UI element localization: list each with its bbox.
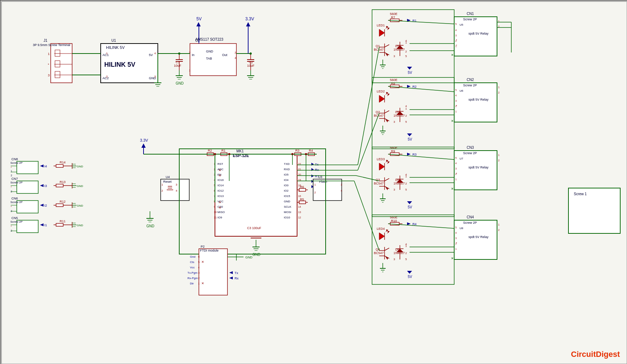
svg-text:✕: ✕	[451, 53, 454, 57]
svg-text:5: 5	[455, 23, 457, 25]
svg-text:1: 1	[48, 52, 50, 56]
svg-text:4: 4	[198, 266, 200, 269]
svg-text:P2: P2	[201, 245, 205, 248]
svg-text:1: 1	[455, 248, 457, 250]
schematic-container: J1 3P 9.5mm Screw Terminal 1 * 3 U1 HILI…	[0, 0, 627, 364]
svg-text:R2: R2	[412, 85, 417, 89]
svg-text:C2: C2	[249, 60, 253, 64]
svg-text:IO0: IO0	[284, 184, 289, 187]
svg-text:*: *	[11, 166, 12, 169]
svg-text:1: 1	[455, 110, 457, 113]
svg-text:✕: ✕	[201, 282, 204, 285]
svg-text:*: *	[11, 225, 12, 228]
svg-text:Screw 2P: Screw 2P	[10, 201, 22, 204]
svg-text:R12: R12	[60, 200, 66, 203]
svg-text:spdt 5V Relay: spdt 5V Relay	[468, 98, 489, 101]
svg-rect-291	[56, 204, 63, 207]
svg-text:R3: R3	[295, 149, 300, 152]
svg-text:IO4: IO4	[284, 178, 289, 182]
svg-text:I2: I2	[44, 204, 47, 207]
svg-text:4: 4	[455, 162, 457, 165]
svg-text:5: 5	[198, 261, 200, 263]
svg-text:12: 12	[298, 216, 301, 219]
svg-text:CN6: CN6	[11, 197, 18, 200]
svg-text:5V: 5V	[408, 137, 412, 141]
svg-text:R3: R3	[412, 153, 417, 156]
svg-text:3: 3	[48, 74, 50, 77]
svg-text:R14: R14	[60, 161, 66, 164]
svg-text:I1: I1	[44, 223, 47, 227]
svg-text:In: In	[192, 53, 195, 57]
svg-text:Out: Out	[222, 53, 227, 57]
svg-text:Tx: Tx	[315, 163, 318, 166]
svg-text:GND: GND	[77, 165, 83, 168]
svg-text:560E: 560E	[390, 216, 397, 219]
svg-text:GND: GND	[245, 256, 253, 259]
svg-text:14: 14	[298, 206, 301, 208]
svg-text:560E: 560E	[390, 78, 397, 82]
svg-text:LED1: LED1	[377, 24, 385, 27]
svg-text:✕: ✕	[219, 201, 221, 204]
svg-text:IO13: IO13	[217, 194, 224, 198]
svg-text:U4: U4	[166, 175, 170, 179]
svg-text:BC547: BC547	[374, 251, 384, 255]
svg-text:13: 13	[298, 211, 301, 213]
svg-text:*: *	[456, 104, 457, 107]
svg-text:4: 4	[455, 94, 457, 97]
svg-text:1: 1	[314, 183, 316, 186]
svg-text:1: 1	[498, 154, 500, 156]
svg-text:MISO: MISO	[217, 211, 225, 214]
svg-text:U1: U1	[111, 39, 116, 42]
svg-text:R4: R4	[309, 149, 313, 152]
svg-text:3: 3	[393, 55, 395, 58]
svg-text:4: 4	[235, 56, 236, 60]
svg-text:J1: J1	[44, 39, 47, 42]
svg-text:2: 2	[498, 159, 500, 162]
svg-text:GND: GND	[146, 224, 154, 228]
svg-text:1: 1	[161, 183, 163, 186]
svg-text:AMS117 SOT223: AMS117 SOT223	[195, 37, 224, 41]
svg-text:2: 2	[405, 114, 407, 117]
svg-text:Screw 2P: Screw 2P	[10, 181, 22, 184]
brand-suffix: Digest	[596, 350, 620, 359]
svg-text:5: 5	[455, 157, 457, 159]
svg-text:2: 2	[405, 182, 407, 185]
svg-rect-518	[454, 220, 497, 259]
svg-rect-200	[299, 188, 306, 191]
svg-text:U7: U7	[460, 157, 463, 160]
svg-text:5V: 5V	[408, 275, 412, 279]
svg-text:3: 3	[455, 167, 457, 170]
svg-text:2: 2	[11, 174, 12, 177]
svg-text:Screw 1: Screw 1	[574, 192, 587, 196]
svg-text:3: 3	[455, 237, 457, 239]
svg-text:2: 2	[161, 189, 163, 192]
svg-text:*: *	[456, 44, 457, 47]
svg-text:5V: 5V	[408, 205, 412, 209]
svg-text:4: 4	[341, 189, 342, 192]
svg-rect-195	[299, 201, 306, 204]
svg-text:CN8: CN8	[11, 157, 18, 161]
svg-text:spdt 5V Relay: spdt 5V Relay	[468, 32, 489, 35]
svg-text:U6: U6	[460, 89, 463, 92]
svg-text:R2: R2	[208, 149, 212, 152]
svg-text:I4: I4	[44, 165, 47, 168]
svg-text:✕: ✕	[219, 168, 221, 172]
svg-text:Reset: Reset	[163, 180, 172, 183]
svg-text:Screw 2P: Screw 2P	[463, 151, 477, 155]
svg-text:Screw 2P: Screw 2P	[10, 161, 22, 165]
svg-text:4: 4	[455, 232, 457, 234]
svg-rect-251	[56, 165, 63, 167]
svg-text:3: 3	[176, 183, 177, 186]
svg-text:spdt 5V Relay: spdt 5V Relay	[468, 166, 489, 169]
svg-text:*: *	[456, 172, 457, 175]
svg-text:*: *	[48, 63, 49, 66]
svg-text:CN1: CN1	[467, 12, 474, 16]
svg-text:3: 3	[393, 188, 395, 191]
svg-text:Rx: Rx	[315, 168, 319, 172]
svg-text:BC547: BC547	[374, 182, 384, 185]
svg-text:4: 4	[176, 189, 177, 192]
svg-text:U5: U5	[460, 23, 463, 26]
svg-text:560E: 560E	[390, 12, 397, 16]
svg-text:LED3: LED3	[377, 157, 385, 161]
svg-text:5: 5	[405, 55, 407, 58]
